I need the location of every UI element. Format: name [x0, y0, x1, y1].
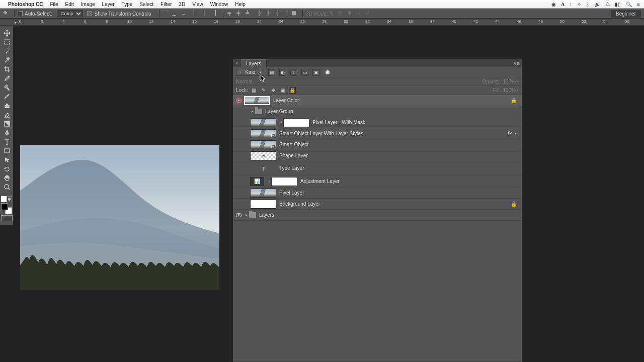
layer-row-layers-group[interactable]: ▸ Layers [233, 210, 522, 221]
layer-name[interactable]: Layers [259, 212, 274, 218]
opacity-chevron-icon[interactable]: ▾ [517, 79, 519, 83]
pen-tool[interactable] [1, 128, 13, 137]
app-name[interactable]: Photoshop CC [8, 2, 43, 7]
menu-image[interactable]: Image [81, 2, 95, 7]
layer-row-pixel[interactable]: Pixel Layer [233, 188, 522, 199]
align-vmid-icon[interactable]: ⎯ [173, 10, 180, 17]
filter-kind-select[interactable]: ⌕ Kind ▾ [236, 69, 264, 76]
align-bottom-icon[interactable]: ⎵ [182, 10, 189, 17]
adobe-a-icon[interactable]: A [561, 2, 565, 7]
auto-select-mode-select[interactable]: Group [57, 10, 83, 17]
filter-smart-icon[interactable]: ▣ [312, 69, 319, 76]
document-canvas[interactable] [20, 145, 219, 290]
eyedropper-tool[interactable] [1, 74, 13, 83]
menu-select[interactable]: Select [139, 2, 153, 7]
foreground-color[interactable] [1, 203, 8, 210]
fx-badge[interactable]: fx [508, 131, 512, 136]
layer-thumbnail[interactable]: ▣ [250, 129, 276, 138]
ruler-horizontal[interactable]: 0246810121416182022242628303234363840424… [0, 19, 644, 26]
filter-adjust-icon[interactable]: ◐ [279, 69, 286, 76]
blend-mode-select[interactable]: Normal [236, 79, 286, 84]
layer-row-layer-color[interactable]: Layer Color 🔒 [233, 95, 522, 106]
filter-shape-icon[interactable]: ▭ [301, 69, 308, 76]
lasso-tool[interactable] [1, 47, 13, 56]
disclosure-icon[interactable]: ▸ [244, 213, 249, 217]
distribute-bottom-icon[interactable]: ╧ [246, 10, 253, 17]
lock-all-icon[interactable]: 🔒 [289, 87, 296, 94]
layer-name[interactable]: Shape Layer [279, 153, 308, 158]
eraser-tool[interactable] [1, 110, 13, 119]
distribute-left-icon[interactable]: ╟ [258, 10, 265, 17]
adjustment-thumbnail-icon[interactable]: 📊 [250, 177, 264, 186]
layer-row-smart-object[interactable]: ▣ Smart Object [233, 139, 522, 150]
fill-value[interactable]: 100% [503, 87, 516, 93]
rotate-view-tool[interactable] [1, 164, 13, 173]
layer-thumbnail[interactable]: ▣ [250, 140, 276, 149]
mask-link-icon[interactable]: ⋮ [267, 179, 271, 184]
layer-row-pixel-mask[interactable]: ⋮ Pixel Layer - With Mask [233, 117, 522, 128]
workspace-switcher[interactable]: Beginner [611, 10, 641, 18]
type-tool[interactable] [1, 137, 13, 146]
rectangle-tool[interactable] [1, 146, 13, 155]
layer-name[interactable]: Type Layer [279, 165, 304, 171]
auto-select-checkbox[interactable] [18, 11, 23, 16]
gradient-tool[interactable] [1, 119, 13, 128]
show-transform-checkbox[interactable] [87, 11, 92, 16]
sync-icon[interactable]: ↕ [570, 2, 572, 7]
menu-filter[interactable]: Filter [160, 2, 172, 7]
layer-name[interactable]: Adjustment Layer [300, 178, 340, 184]
distribute-top-icon[interactable]: ╤ [227, 10, 234, 17]
distribute-right-icon[interactable]: ╢ [276, 10, 283, 17]
lock-artboard-icon[interactable]: ▣ [279, 87, 286, 94]
move-tool[interactable] [1, 29, 13, 38]
layer-name[interactable]: Pixel Layer - With Mask [312, 120, 365, 125]
wifi-icon[interactable]: ⧍ [605, 1, 610, 7]
brush-tool[interactable] [1, 92, 13, 101]
menu-edit[interactable]: Edit [65, 2, 74, 7]
menu-3d[interactable]: 3D [179, 2, 185, 7]
layer-name[interactable]: Layer Color [273, 98, 299, 103]
panel-close-icon[interactable]: × [233, 61, 241, 66]
distribute-hmid-icon[interactable]: ╫ [267, 10, 274, 17]
layer-name[interactable]: Background Layer [279, 201, 320, 207]
layer-name[interactable]: Smart Object [279, 142, 308, 147]
lock-transparency-icon[interactable]: ▦ [251, 87, 258, 94]
layers-tab[interactable]: Layers [241, 59, 267, 67]
fx-disclosure-icon[interactable]: ▾ [515, 132, 517, 136]
menu-layer[interactable]: Layer [102, 2, 115, 7]
battery-icon[interactable]: ▮▯ [615, 2, 621, 7]
layer-row-shape[interactable]: ▱ Shape Layer [233, 150, 522, 161]
zoom-tool[interactable] [1, 183, 13, 192]
menu-window[interactable]: Window [210, 2, 228, 7]
auto-align-icon[interactable]: ▦ [291, 10, 298, 17]
path-select-tool[interactable] [1, 155, 13, 164]
clone-stamp-tool[interactable] [1, 101, 13, 110]
layer-thumbnail[interactable]: ▱ [250, 151, 276, 160]
menu-view[interactable]: View [192, 2, 203, 7]
align-left-icon[interactable]: ▏ [194, 10, 201, 17]
mask-thumbnail[interactable] [271, 177, 297, 186]
volume-icon[interactable]: 🔊 [594, 2, 600, 7]
hand-tool[interactable] [1, 173, 13, 183]
mask-link-icon[interactable]: ⋮ [279, 120, 283, 125]
magic-wand-tool[interactable] [1, 56, 13, 65]
layer-row-background[interactable]: Background Layer 🔒 [233, 199, 522, 210]
quick-mask-toggle[interactable] [1, 196, 13, 202]
color-swatches[interactable] [1, 203, 13, 214]
crop-tool[interactable] [1, 65, 13, 74]
menu-help[interactable]: Help [235, 2, 246, 7]
panel-flyout-icon[interactable]: ▾≡ [514, 60, 520, 67]
disclosure-icon[interactable]: ▸ [250, 109, 255, 114]
lock-position-icon[interactable]: ✥ [270, 87, 277, 94]
fill-chevron-icon[interactable]: ▾ [517, 88, 519, 93]
layer-name[interactable]: Smart Object Layer With Layer Styles [279, 131, 363, 136]
type-thumbnail-icon[interactable]: T [250, 164, 276, 173]
menu-type[interactable]: Type [122, 2, 133, 7]
healing-brush-tool[interactable] [1, 83, 13, 92]
canvas-area[interactable]: × Layers ▾≡ ⌕ Kind ▾ ▧ ◐ T ▭ ▣ Normal Op… [14, 26, 644, 362]
layer-row-type[interactable]: T Type Layer [233, 161, 522, 175]
dropbox-icon[interactable]: ✧ [577, 2, 581, 7]
panel-tabbar[interactable]: × Layers ▾≡ [233, 59, 522, 67]
menu-icon[interactable]: ≡ [637, 2, 640, 7]
layer-thumbnail[interactable] [250, 189, 276, 198]
